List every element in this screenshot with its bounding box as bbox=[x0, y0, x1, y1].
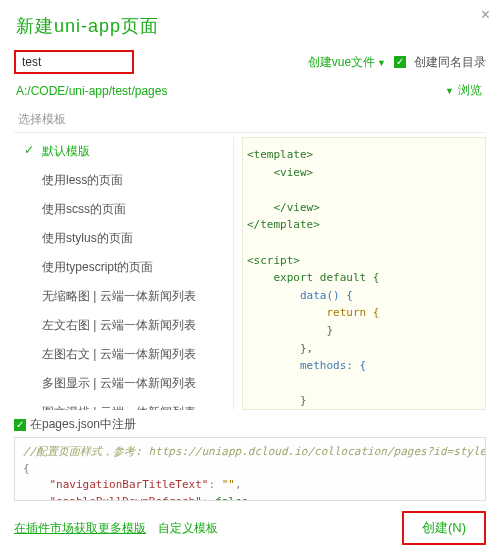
path-text: A:/CODE/uni-app/test/pages bbox=[16, 84, 443, 98]
template-item[interactable]: 使用typescript的页面 bbox=[14, 253, 233, 282]
footer: 在插件市场获取更多模版 自定义模板 创建(N) bbox=[14, 511, 486, 545]
create-vue-dropdown[interactable]: 创建vue文件▼ bbox=[308, 54, 386, 71]
same-dir-label: 创建同名目录 bbox=[414, 54, 486, 71]
template-item[interactable]: 默认模版 bbox=[14, 137, 233, 166]
template-list[interactable]: 默认模版使用less的页面使用scss的页面使用stylus的页面使用types… bbox=[14, 137, 234, 410]
path-bar: A:/CODE/uni-app/test/pages ▼ 浏览 bbox=[16, 80, 486, 101]
dialog-title: 新建uni-app页面 bbox=[16, 14, 486, 38]
path-chevron-down-icon[interactable]: ▼ bbox=[445, 86, 454, 96]
same-dir-checkbox[interactable]: ✓ bbox=[394, 56, 406, 68]
top-bar: 创建vue文件▼ ✓ 创建同名目录 bbox=[14, 50, 486, 74]
template-item[interactable]: 使用less的页面 bbox=[14, 166, 233, 195]
template-item[interactable]: 使用stylus的页面 bbox=[14, 224, 233, 253]
middle-panel: 默认模版使用less的页面使用scss的页面使用stylus的页面使用types… bbox=[14, 132, 486, 410]
register-row: ✓ 在pages.json中注册 bbox=[14, 416, 486, 433]
close-icon[interactable]: × bbox=[481, 6, 490, 24]
chevron-down-icon: ▼ bbox=[377, 58, 386, 68]
template-item[interactable]: 左文右图 | 云端一体新闻列表 bbox=[14, 311, 233, 340]
template-item[interactable]: 无缩略图 | 云端一体新闻列表 bbox=[14, 282, 233, 311]
register-label: 在pages.json中注册 bbox=[30, 416, 136, 433]
register-checkbox[interactable]: ✓ bbox=[14, 419, 26, 431]
create-vue-label: 创建vue文件 bbox=[308, 55, 375, 69]
new-page-dialog: × 新建uni-app页面 创建vue文件▼ ✓ 创建同名目录 A:/CODE/… bbox=[0, 0, 500, 551]
template-section-label: 选择模板 bbox=[18, 111, 486, 128]
template-item[interactable]: 图文混排 | 云端一体新闻列表 bbox=[14, 398, 233, 410]
template-item[interactable]: 多图显示 | 云端一体新闻列表 bbox=[14, 369, 233, 398]
custom-template-link[interactable]: 自定义模板 bbox=[158, 520, 218, 537]
create-button[interactable]: 创建(N) bbox=[402, 511, 486, 545]
market-link[interactable]: 在插件市场获取更多模版 bbox=[14, 520, 146, 537]
template-item[interactable]: 左图右文 | 云端一体新闻列表 bbox=[14, 340, 233, 369]
page-name-input[interactable] bbox=[14, 50, 134, 74]
code-preview: <template> <view> </view> </template> <s… bbox=[242, 137, 486, 410]
template-item[interactable]: 使用scss的页面 bbox=[14, 195, 233, 224]
pages-json-preview: //配置页面样式，参考: https://uniapp.dcloud.io/co… bbox=[14, 437, 486, 501]
browse-button[interactable]: 浏览 bbox=[454, 80, 486, 101]
